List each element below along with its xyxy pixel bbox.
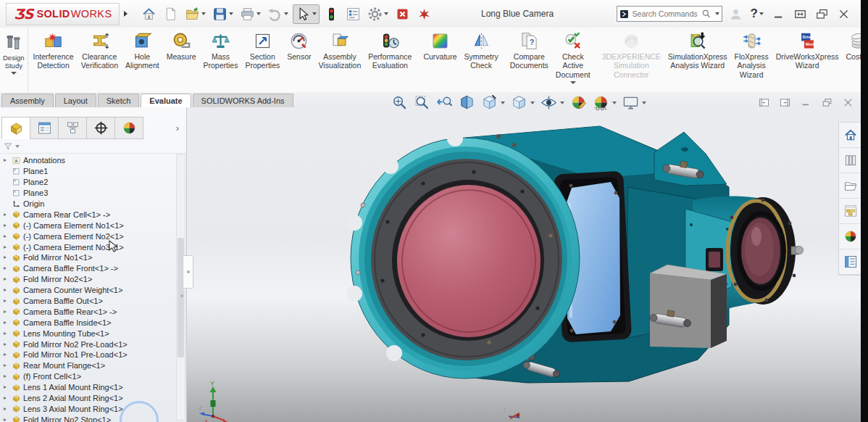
taskpane-file-explorer-tab[interactable] xyxy=(839,173,861,199)
zoom-to-area-button[interactable] xyxy=(414,94,430,111)
featuremanager-tree-tab[interactable] xyxy=(1,117,30,139)
display-manager-tab[interactable] xyxy=(114,117,143,139)
expand-arrow-icon[interactable]: ▸ xyxy=(4,352,9,357)
configuration-manager-tab[interactable] xyxy=(58,117,87,139)
driveworksxpress-button[interactable]: DriveWorksDriveWorksXpress Wizard xyxy=(772,30,843,72)
expand-arrow-icon[interactable]: ▸ xyxy=(4,212,9,218)
hole-alignment-button[interactable]: Hole Alignment xyxy=(122,30,163,72)
expand-arrow-icon[interactable]: ▸ xyxy=(4,309,9,315)
dropdown-caret[interactable] xyxy=(11,72,17,75)
taskpane-design-library-tab[interactable] xyxy=(839,148,861,173)
home-button[interactable] xyxy=(139,5,159,23)
check-active-document-button[interactable]: Check Active Document xyxy=(552,30,594,86)
search-commands-box[interactable] xyxy=(617,6,722,22)
tree-item[interactable]: ▸Camera Baffle Inside<1> xyxy=(0,317,186,328)
expand-arrow-icon[interactable]: ▸ xyxy=(4,384,9,390)
options-gear-button[interactable] xyxy=(365,5,391,23)
filter-caret[interactable] xyxy=(15,145,20,148)
tree-item[interactable]: ▸(-) Camera Element No3<1> xyxy=(0,241,186,252)
tree-filter-row[interactable] xyxy=(0,139,186,154)
taskpane-custom-properties-tab[interactable] xyxy=(839,249,861,275)
pane-toggle-left-button[interactable] xyxy=(758,96,770,109)
section-view-button[interactable] xyxy=(459,94,475,111)
expand-arrow-icon[interactable]: ▸ xyxy=(4,255,9,260)
graphics-viewport[interactable]: Y Z X Z xyxy=(187,107,861,422)
floxpress-button[interactable]: FloXpress Analysis Wizard xyxy=(731,30,772,80)
tab-evaluate[interactable]: Evaluate xyxy=(141,94,191,107)
dropdown-caret[interactable] xyxy=(570,81,576,84)
pane-toggle-right-button[interactable] xyxy=(779,96,791,109)
tree-item[interactable]: ▸Fold Mirror No1<1> xyxy=(0,252,186,263)
mass-properties-button[interactable]: Mass Properties xyxy=(200,30,242,72)
red-pinwheel-button[interactable] xyxy=(414,5,434,23)
tree-item[interactable]: ▸(-) Camera Element No2<1> xyxy=(0,231,186,241)
expand-arrow-icon[interactable]: ▸ xyxy=(4,276,9,282)
traffic-light-button[interactable] xyxy=(322,5,341,23)
save-button[interactable] xyxy=(210,5,235,23)
tree-item[interactable]: ▸Camera Rear Cell<1> -> xyxy=(0,209,186,220)
tree-item[interactable]: ▸Camera Counter Weight<1> xyxy=(0,285,186,296)
search-magnifier-icon[interactable] xyxy=(701,9,711,19)
menu-flyout-arrow-icon[interactable] xyxy=(124,11,128,17)
expand-arrow-icon[interactable]: ▸ xyxy=(4,363,9,368)
select-arrow-button[interactable] xyxy=(293,4,320,24)
tab-layout[interactable]: Layout xyxy=(55,94,96,107)
expand-arrow-icon[interactable]: ▸ xyxy=(4,331,9,336)
performance-evaluation-button[interactable]: Performance Evaluation xyxy=(364,30,415,72)
tab-sketch[interactable]: Sketch xyxy=(98,94,140,107)
expand-arrow-icon[interactable]: ▸ xyxy=(4,157,9,163)
tree-item[interactable]: ▸Fold Mirror No2<1> xyxy=(0,274,186,285)
propertymanager-form-tab[interactable] xyxy=(30,117,59,139)
tree-item[interactable]: Plane2 xyxy=(0,177,186,188)
tree-item[interactable]: ▸Fold Mirror No2 Pre-Load<1> xyxy=(0,339,186,349)
win-cascade-button[interactable] xyxy=(815,7,829,21)
section-properties-button[interactable]: Section Properties xyxy=(241,30,283,72)
win-close-button[interactable] xyxy=(837,7,851,21)
task-scheduler-button[interactable] xyxy=(343,5,363,23)
tab-solidworks-add-ins[interactable]: SOLIDWORKS Add-Ins xyxy=(193,94,293,107)
win-minimize-button[interactable] xyxy=(772,7,785,21)
expand-arrow-icon[interactable]: ▸ xyxy=(4,265,9,271)
expand-arrow-icon[interactable]: ▸ xyxy=(4,417,9,422)
tree-item[interactable]: ▸Lens 3 Axial Mount Ring<1> xyxy=(0,403,186,414)
tree-item[interactable]: Plane1 xyxy=(0,166,186,177)
panel-tabs-expand-chevron[interactable]: › xyxy=(176,123,179,133)
assembly-visualization-button[interactable]: Assembly Visualization xyxy=(315,30,365,72)
expand-arrow-icon[interactable]: ▸ xyxy=(4,298,9,304)
edit-appearance-button[interactable] xyxy=(570,94,587,111)
tree-item[interactable]: ▸(f) Front Cell<1> xyxy=(0,371,186,382)
tree-item[interactable]: ▸Camera Baffle Rear<1> -> xyxy=(0,306,186,317)
model-3d-camera-assembly[interactable]: Y Z X Z xyxy=(187,107,861,422)
expand-arrow-icon[interactable]: ▸ xyxy=(4,342,9,347)
tree-item[interactable]: ▸(-) Camera Element No1<1> xyxy=(0,220,186,231)
panel-collapse-handle[interactable] xyxy=(183,255,193,289)
compare-documents-button[interactable]: ?Compare Documents xyxy=(506,30,552,72)
help-button[interactable]: ? xyxy=(751,7,764,21)
expand-arrow-icon[interactable]: ▸ xyxy=(4,406,9,412)
symmetry-check-button[interactable]: Symmetry Check xyxy=(460,30,501,72)
tree-item[interactable]: ▸Lens Mounting Tube<1> xyxy=(0,328,186,339)
close-active-document-button[interactable] xyxy=(393,5,412,23)
tree-item[interactable]: ▸Lens 1 Axial Mount Ring<1> xyxy=(0,382,186,393)
doc-minimize-button[interactable] xyxy=(800,96,812,109)
tree-item[interactable]: Origin xyxy=(0,199,186,210)
expand-arrow-icon[interactable]: ▸ xyxy=(4,233,9,239)
win-restore-arrows-button[interactable] xyxy=(793,7,807,21)
expand-arrow-icon[interactable]: ▸ xyxy=(4,373,9,379)
tree-item[interactable]: ▸Rear Mount Flange<1> xyxy=(0,360,186,371)
tab-assembly[interactable]: Assembly xyxy=(1,94,54,107)
measure-button[interactable]: Measure xyxy=(163,30,200,62)
sensor-button[interactable]: Sensor xyxy=(283,30,314,62)
tree-item[interactable]: ▸Fold Mirror No1 Pre-Load<1> xyxy=(0,349,186,360)
taskpane-home-tab[interactable] xyxy=(839,123,861,148)
search-input[interactable] xyxy=(631,9,699,19)
view-settings-button[interactable] xyxy=(622,94,646,111)
filter-funnel-icon[interactable] xyxy=(4,142,12,151)
curvature-button[interactable]: Curvature xyxy=(420,30,460,62)
tree-item[interactable]: Plane3 xyxy=(0,188,186,199)
taskpane-view-palette-tab[interactable] xyxy=(839,199,861,224)
tree-item[interactable]: ▸Camera Baffle Front<1> -> xyxy=(0,263,186,274)
display-style-button[interactable] xyxy=(481,94,505,111)
expand-arrow-icon[interactable]: ▸ xyxy=(4,223,9,228)
expand-arrow-icon[interactable]: ▸ xyxy=(4,395,9,401)
